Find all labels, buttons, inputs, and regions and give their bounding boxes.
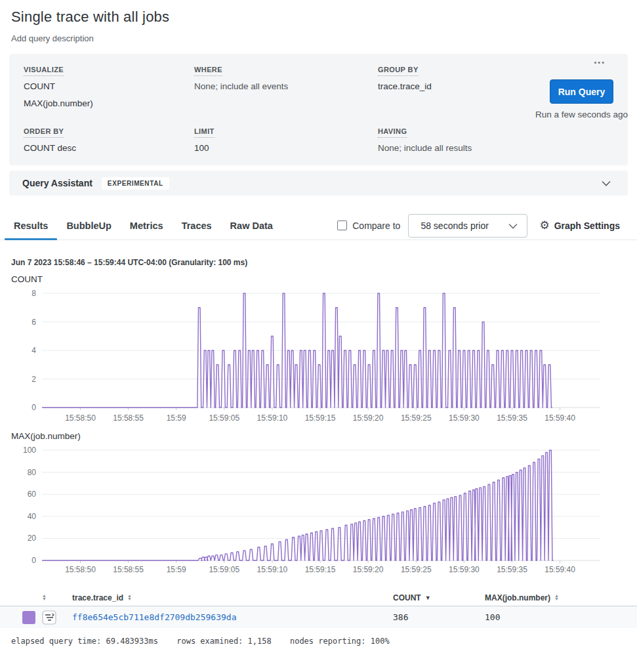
query-assistant-title: Query Assistant (22, 178, 92, 188)
gear-icon: ⚙ (539, 220, 549, 231)
compare-period-select[interactable]: 58 seconds prior (408, 214, 527, 238)
svg-text:15:58:55: 15:58:55 (113, 565, 144, 574)
compare-period-value: 58 seconds prior (421, 220, 489, 231)
results-table-header: ▲▼ trace.trace_id ▲▼ COUNT ▼ MAX(job.num… (0, 589, 637, 606)
tab-metrics[interactable]: Metrics (121, 215, 173, 240)
svg-text:15:59:30: 15:59:30 (449, 565, 480, 574)
rows-examined: rows examined: 1,158 (176, 637, 272, 646)
svg-text:0: 0 (31, 403, 36, 412)
limit-label[interactable]: LIMIT (194, 127, 215, 138)
overflow-menu-icon[interactable]: ••• (594, 59, 606, 66)
order-by-value[interactable]: COUNT desc (24, 144, 76, 153)
svg-text:15:59:20: 15:59:20 (353, 413, 384, 423)
svg-text:15:59:05: 15:59:05 (209, 413, 239, 423)
results-table: ▲▼ trace.trace_id ▲▼ COUNT ▼ MAX(job.num… (0, 589, 637, 628)
svg-text:15:59:25: 15:59:25 (401, 565, 432, 574)
query-builder-panel: VISUALIZE COUNT MAX(job.number) WHERE No… (9, 54, 628, 165)
column-trace-id[interactable]: trace.trace_id (72, 593, 123, 602)
column-count[interactable]: COUNT (393, 593, 421, 602)
tab-traces[interactable]: Traces (173, 215, 221, 240)
max-chart[interactable]: 02040608010015:58:5015:58:5515:5915:59:0… (0, 442, 627, 575)
svg-text:6: 6 (31, 318, 36, 327)
svg-text:40: 40 (28, 512, 37, 521)
time-range-header: Jun 7 2023 15:58:46 – 15:59:44 UTC-04:00… (11, 258, 637, 267)
sort-icon[interactable]: ▲▼ (42, 595, 47, 600)
svg-text:2: 2 (31, 375, 36, 384)
svg-text:15:58:50: 15:58:50 (65, 565, 96, 574)
run-query-button[interactable]: Run Query (550, 79, 613, 104)
order-by-label[interactable]: ORDER BY (24, 127, 64, 138)
svg-text:15:59:10: 15:59:10 (257, 565, 288, 574)
compare-to-checkbox[interactable] (337, 220, 347, 230)
svg-text:100: 100 (23, 446, 36, 455)
count-chart[interactable]: 0246815:58:5015:58:5515:5915:59:0515:59:… (0, 285, 627, 426)
svg-text:15:59:35: 15:59:35 (497, 565, 527, 574)
results-tab-bar: Results BubbleUp Metrics Traces Raw Data… (0, 215, 637, 240)
trace-id-link[interactable]: ff8e654e5cb711e8df2709db259639da (72, 612, 236, 622)
graph-settings-button[interactable]: ⚙ Graph Settings (539, 220, 620, 231)
sort-icon[interactable]: ▲▼ (127, 595, 132, 600)
having-label[interactable]: HAVING (378, 127, 407, 138)
group-by-value[interactable]: trace.trace_id (378, 82, 432, 91)
chevron-down-icon[interactable] (602, 177, 611, 189)
count-value: 386 (393, 612, 408, 622)
limit-value[interactable]: 100 (194, 144, 215, 153)
compare-to-control: Compare to (337, 220, 400, 231)
visualize-value-max[interactable]: MAX(job.number) (24, 99, 93, 108)
compare-to-label: Compare to (352, 220, 400, 231)
svg-text:8: 8 (31, 289, 36, 298)
graph-settings-label: Graph Settings (554, 220, 620, 231)
tab-results[interactable]: Results (5, 215, 57, 240)
experimental-badge: EXPERIMENTAL (102, 177, 169, 190)
svg-text:15:59:05: 15:59:05 (209, 565, 239, 574)
svg-text:20: 20 (28, 534, 37, 543)
query-assistant-bar[interactable]: Query Assistant EXPERIMENTAL (9, 171, 628, 196)
svg-text:15:59:10: 15:59:10 (257, 413, 288, 423)
svg-text:15:59:35: 15:59:35 (497, 413, 527, 423)
svg-text:15:59:30: 15:59:30 (449, 413, 480, 423)
svg-text:60: 60 (28, 490, 37, 499)
view-trace-icon[interactable] (42, 610, 56, 625)
having-value[interactable]: None; include all results (378, 144, 472, 153)
svg-text:15:59:40: 15:59:40 (545, 565, 575, 574)
visualize-value-count[interactable]: COUNT (24, 82, 93, 91)
last-run-status: Run a few seconds ago (534, 110, 629, 121)
svg-text:80: 80 (28, 468, 37, 477)
max-chart-title: MAX(job.number) (11, 431, 637, 441)
svg-text:15:59:40: 15:59:40 (545, 413, 575, 423)
series-color-swatch[interactable] (22, 611, 35, 624)
visualize-label[interactable]: VISUALIZE (24, 66, 64, 76)
page-header: Single trace with all jobs Add query des… (0, 0, 637, 43)
group-by-label[interactable]: GROUP BY (378, 66, 419, 76)
svg-text:15:59:25: 15:59:25 (401, 413, 432, 423)
chevron-down-icon (508, 220, 518, 231)
elapsed-query-time: elapsed query time: 69.483933ms (11, 637, 158, 646)
page-title: Single trace with all jobs (11, 9, 626, 26)
svg-text:0: 0 (31, 556, 36, 565)
svg-text:15:58:55: 15:58:55 (113, 413, 144, 423)
svg-text:15:59: 15:59 (167, 413, 186, 423)
nodes-reporting: nodes reporting: 100% (290, 637, 390, 646)
svg-text:15:59:15: 15:59:15 (305, 565, 336, 574)
sort-desc-icon[interactable]: ▼ (425, 595, 431, 601)
table-row: ff8e654e5cb711e8df2709db259639da 386 100 (0, 606, 637, 628)
max-job-number-value: 100 (485, 612, 500, 622)
where-value[interactable]: None; include all events (194, 82, 288, 91)
column-max-job-number[interactable]: MAX(job.number) (485, 593, 550, 602)
svg-text:15:59:15: 15:59:15 (305, 413, 336, 423)
svg-text:4: 4 (31, 346, 36, 355)
sort-icon[interactable]: ▲▼ (554, 595, 559, 600)
svg-text:15:59: 15:59 (167, 565, 186, 574)
tab-raw-data[interactable]: Raw Data (221, 215, 282, 240)
svg-text:15:58:50: 15:58:50 (65, 413, 96, 423)
count-chart-title: COUNT (11, 274, 637, 284)
tab-bubbleup[interactable]: BubbleUp (57, 215, 120, 240)
svg-text:15:59:20: 15:59:20 (353, 565, 384, 574)
query-description-placeholder[interactable]: Add query description (11, 33, 626, 43)
query-stats: elapsed query time: 69.483933ms rows exa… (11, 637, 637, 646)
where-label[interactable]: WHERE (194, 66, 222, 76)
